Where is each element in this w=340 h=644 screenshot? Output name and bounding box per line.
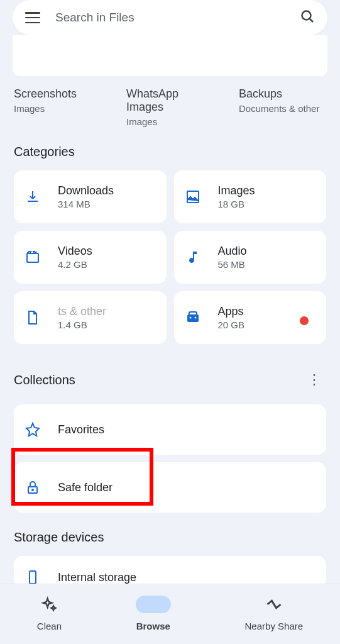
- svg-rect-9: [30, 571, 36, 584]
- storage-heading: Storage devices: [0, 530, 340, 556]
- quick-access-row: Screenshots Images WhatsApp Images Image…: [0, 76, 340, 145]
- bottom-nav: Clean Browse Nearby Share: [0, 584, 340, 644]
- svg-point-0: [302, 11, 311, 20]
- quick-item-screenshots[interactable]: Screenshots Images: [14, 87, 101, 127]
- sparkle-icon: [40, 596, 58, 613]
- collection-name: Safe folder: [58, 481, 112, 494]
- category-size: 18 GB: [218, 199, 315, 209]
- audio-icon: [185, 250, 200, 265]
- category-size: 56 MB: [218, 259, 315, 270]
- video-icon: [25, 250, 40, 265]
- document-icon: [25, 310, 40, 325]
- quick-item-subtitle: Documents & other: [239, 103, 326, 114]
- search-placeholder: Search in Files: [55, 11, 285, 25]
- collection-name: Favorites: [58, 423, 104, 436]
- nav-label: Nearby Share: [245, 621, 304, 631]
- svg-rect-4: [187, 314, 199, 322]
- search-icon[interactable]: [300, 9, 315, 26]
- star-icon: [25, 422, 40, 437]
- category-name: Apps: [218, 305, 315, 318]
- storage-internal[interactable]: Internal storage: [14, 556, 326, 587]
- quick-item-whatsapp[interactable]: WhatsApp Images Images: [126, 87, 214, 127]
- category-apps[interactable]: Apps 20 GB: [174, 291, 327, 344]
- collection-favorites[interactable]: Favorites: [14, 404, 326, 455]
- quick-item-title: WhatsApp Images: [126, 87, 214, 114]
- quick-item-backups[interactable]: Backups Documents & other: [239, 87, 326, 127]
- svg-line-1: [310, 19, 314, 23]
- nav-browse[interactable]: Browse: [136, 596, 171, 631]
- svg-point-5: [189, 317, 191, 319]
- notification-dot: [300, 316, 309, 325]
- apps-icon: [185, 310, 200, 325]
- more-icon[interactable]: ⋮: [302, 367, 326, 393]
- folder-search-icon: [136, 596, 171, 613]
- category-downloads[interactable]: Downloads 314 MB: [14, 170, 167, 223]
- collections-heading: Collections: [14, 373, 75, 387]
- lock-icon: [25, 480, 40, 495]
- quick-item-title: Screenshots: [14, 87, 101, 101]
- category-size: 4.2 GB: [58, 259, 155, 270]
- category-name: ts & other: [58, 305, 155, 318]
- nav-label: Clean: [37, 621, 62, 631]
- category-size: 314 MB: [58, 199, 155, 209]
- menu-icon[interactable]: [25, 12, 40, 23]
- svg-point-8: [32, 489, 33, 491]
- category-name: Audio: [218, 245, 315, 258]
- category-name: Videos: [58, 245, 155, 258]
- categories-grid: Downloads 314 MB Images 18 GB Videos 4.2…: [0, 170, 340, 344]
- svg-rect-3: [27, 253, 38, 262]
- quick-item-title: Backups: [239, 87, 326, 101]
- thumbnail-strip: [13, 35, 327, 76]
- category-videos[interactable]: Videos 4.2 GB: [14, 231, 167, 284]
- collections-header: Collections ⋮: [0, 367, 340, 404]
- quick-item-subtitle: Images: [14, 103, 101, 114]
- quick-item-subtitle: Images: [126, 116, 214, 127]
- download-icon: [25, 189, 40, 204]
- share-icon: [265, 596, 283, 613]
- image-icon: [185, 189, 200, 204]
- category-images[interactable]: Images 18 GB: [174, 170, 327, 223]
- category-documents[interactable]: ts & other 1.4 GB: [14, 291, 167, 344]
- search-bar[interactable]: Search in Files: [13, 0, 327, 35]
- storage-name: Internal storage: [58, 571, 136, 584]
- category-name: Images: [218, 184, 315, 197]
- category-name: Downloads: [58, 184, 155, 197]
- categories-heading: Categories: [0, 145, 340, 170]
- nav-nearby-share[interactable]: Nearby Share: [245, 596, 304, 631]
- phone-icon: [25, 570, 40, 585]
- collection-safe-folder[interactable]: Safe folder: [14, 462, 326, 513]
- nav-label: Browse: [136, 621, 170, 631]
- nav-clean[interactable]: Clean: [37, 596, 62, 631]
- category-size: 1.4 GB: [58, 319, 155, 330]
- category-audio[interactable]: Audio 56 MB: [174, 231, 327, 284]
- svg-point-6: [194, 317, 196, 319]
